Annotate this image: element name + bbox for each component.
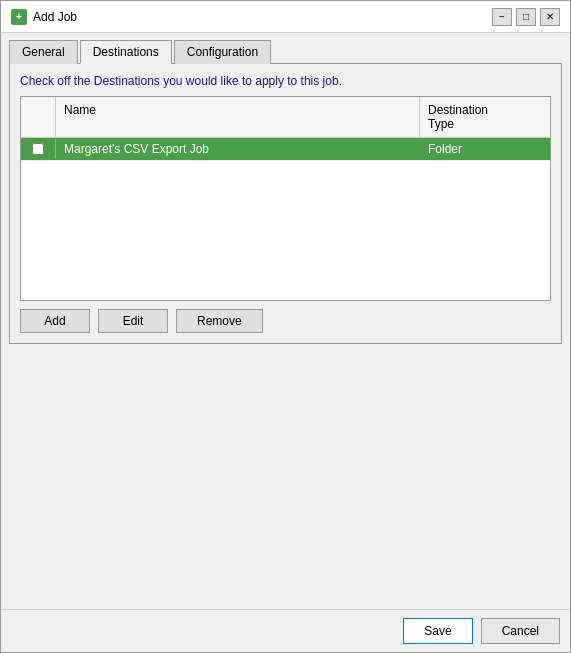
app-icon-label: + bbox=[16, 11, 22, 22]
tab-general[interactable]: General bbox=[9, 40, 78, 64]
add-button[interactable]: Add bbox=[20, 309, 90, 333]
app-icon: + bbox=[11, 9, 27, 25]
row-destination-type: Folder bbox=[420, 138, 550, 160]
save-button[interactable]: Save bbox=[403, 618, 472, 644]
th-name: Name bbox=[56, 97, 420, 137]
row-checkbox[interactable] bbox=[32, 143, 44, 155]
maximize-button[interactable]: □ bbox=[516, 8, 536, 26]
cancel-button[interactable]: Cancel bbox=[481, 618, 560, 644]
title-bar-left: + Add Job bbox=[11, 9, 77, 25]
minimize-button[interactable]: − bbox=[492, 8, 512, 26]
tab-bar: General Destinations Configuration bbox=[1, 33, 570, 63]
table-body: Margaret's CSV Export Job Folder bbox=[21, 138, 550, 300]
close-button[interactable]: ✕ bbox=[540, 8, 560, 26]
table-row[interactable]: Margaret's CSV Export Job Folder bbox=[21, 138, 550, 161]
window-title: Add Job bbox=[33, 10, 77, 24]
main-window: + Add Job − □ ✕ General Destinations Con… bbox=[0, 0, 571, 653]
th-destination-type: Destination Type bbox=[420, 97, 550, 137]
th-checkbox bbox=[21, 97, 56, 137]
row-checkbox-cell[interactable] bbox=[21, 139, 56, 159]
content-area: Check off the Destinations you would lik… bbox=[9, 63, 562, 344]
tab-destinations[interactable]: Destinations bbox=[80, 40, 172, 64]
bottom-bar: Save Cancel bbox=[1, 609, 570, 652]
table-header: Name Destination Type bbox=[21, 97, 550, 138]
row-name: Margaret's CSV Export Job bbox=[56, 138, 420, 160]
spacer bbox=[1, 350, 570, 609]
action-buttons: Add Edit Remove bbox=[20, 309, 551, 333]
title-controls: − □ ✕ bbox=[492, 8, 560, 26]
tab-configuration[interactable]: Configuration bbox=[174, 40, 271, 64]
title-bar: + Add Job − □ ✕ bbox=[1, 1, 570, 33]
destinations-table: Name Destination Type Margaret's CSV Exp… bbox=[20, 96, 551, 301]
edit-button[interactable]: Edit bbox=[98, 309, 168, 333]
description-text: Check off the Destinations you would lik… bbox=[20, 74, 551, 88]
remove-button[interactable]: Remove bbox=[176, 309, 263, 333]
